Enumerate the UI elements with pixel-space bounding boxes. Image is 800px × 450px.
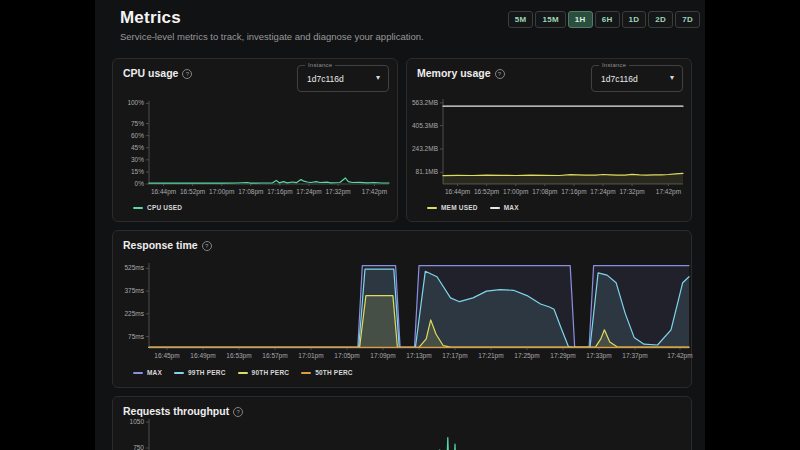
svg-text:17:08pm: 17:08pm xyxy=(238,188,263,196)
help-icon[interactable]: ? xyxy=(233,407,243,417)
response-time-chart: 75ms225ms375ms525ms16:45pm16:49pm16:53pm… xyxy=(113,255,693,365)
legend-label: MAX xyxy=(147,369,162,376)
legend-swatch xyxy=(174,372,184,374)
cpu-usage-title: CPU usage xyxy=(123,67,178,79)
legend-swatch xyxy=(238,372,248,374)
response-time-legend: MAX99TH PERC90TH PERC50TH PERC xyxy=(133,369,353,376)
help-icon[interactable]: ? xyxy=(495,69,505,79)
legend-item-cpu-used: CPU USED xyxy=(133,204,182,211)
svg-text:563.2MB: 563.2MB xyxy=(412,99,438,106)
legend-swatch xyxy=(133,207,143,209)
svg-text:45%: 45% xyxy=(131,144,144,151)
legend-label: 90TH PERC xyxy=(252,369,290,376)
card-title: Requests throughput? xyxy=(123,405,243,417)
chevron-down-icon: ▾ xyxy=(670,73,674,82)
svg-text:17:24pm: 17:24pm xyxy=(296,188,321,196)
memory-chart: 81.1MB243.2MB405.3MB563.2MB16:44pm16:52p… xyxy=(407,91,693,203)
legend-label: CPU USED xyxy=(147,204,182,211)
legend-swatch xyxy=(490,207,500,209)
requests-throughput-card: Requests throughput? 1050750 xyxy=(112,396,692,450)
card-title: CPU usage? xyxy=(123,67,192,79)
svg-text:17:13pm: 17:13pm xyxy=(406,352,431,360)
time-range-button-6h[interactable]: 6H xyxy=(595,11,620,28)
metrics-page: Metrics Service-level metrics to track, … xyxy=(95,0,705,450)
svg-text:75%: 75% xyxy=(131,120,144,127)
svg-text:0%: 0% xyxy=(135,180,145,187)
svg-text:17:05pm: 17:05pm xyxy=(334,352,359,360)
svg-text:525ms: 525ms xyxy=(124,264,144,271)
legend-item-max: MAX xyxy=(133,369,162,376)
card-title: Memory usage? xyxy=(417,67,505,79)
time-range-button-15m[interactable]: 15M xyxy=(535,11,565,28)
chevron-down-icon: ▾ xyxy=(376,73,380,82)
time-range-button-2d[interactable]: 2D xyxy=(648,11,673,28)
svg-text:17:25pm: 17:25pm xyxy=(514,352,539,360)
instance-select-cpu[interactable]: Instance 1d7c116d ▾ xyxy=(297,65,389,92)
svg-text:17:08pm: 17:08pm xyxy=(532,188,557,196)
screen: { "header": { "title": "Metrics", "subti… xyxy=(0,0,800,450)
legend-item-99th-perc: 99TH PERC xyxy=(174,369,226,376)
svg-text:17:00pm: 17:00pm xyxy=(503,188,528,196)
instance-value: 1d7c116d xyxy=(307,74,344,84)
svg-text:243.2MB: 243.2MB xyxy=(412,145,438,152)
help-icon[interactable]: ? xyxy=(202,241,212,251)
svg-text:60%: 60% xyxy=(131,132,144,139)
instance-select-memory[interactable]: Instance 1d7c116d ▾ xyxy=(591,65,683,92)
svg-text:30%: 30% xyxy=(131,156,144,163)
requests-throughput-title: Requests throughput xyxy=(123,405,229,417)
time-range-button-5m[interactable]: 5M xyxy=(508,11,534,28)
svg-text:405.3MB: 405.3MB xyxy=(412,122,438,129)
legend-swatch xyxy=(133,372,143,374)
legend-label: 99TH PERC xyxy=(188,369,226,376)
svg-text:17:01pm: 17:01pm xyxy=(298,352,323,360)
svg-text:16:53pm: 16:53pm xyxy=(226,352,251,360)
svg-text:17:42pm: 17:42pm xyxy=(656,188,681,196)
svg-text:17:29pm: 17:29pm xyxy=(550,352,575,360)
svg-text:17:33pm: 17:33pm xyxy=(586,352,611,360)
instance-value: 1d7c116d xyxy=(601,74,638,84)
time-range-button-1d[interactable]: 1D xyxy=(622,11,647,28)
memory-usage-title: Memory usage xyxy=(417,67,491,79)
legend-item-90th-perc: 90TH PERC xyxy=(238,369,290,376)
time-range-button-1h[interactable]: 1H xyxy=(568,11,593,28)
legend-label: 50TH PERC xyxy=(315,369,353,376)
svg-text:16:45pm: 16:45pm xyxy=(154,352,179,360)
svg-text:17:00pm: 17:00pm xyxy=(209,188,234,196)
svg-text:17:09pm: 17:09pm xyxy=(370,352,395,360)
page-subtitle: Service-level metrics to track, investig… xyxy=(120,31,424,42)
time-range: 5M15M1H6H1D2D7D xyxy=(508,11,700,28)
svg-text:375ms: 375ms xyxy=(124,287,144,294)
legend-swatch xyxy=(301,372,311,374)
svg-text:225ms: 225ms xyxy=(124,310,144,317)
svg-text:17:32pm: 17:32pm xyxy=(325,188,350,196)
card-title: Response time? xyxy=(123,239,212,251)
svg-text:17:32pm: 17:32pm xyxy=(619,188,644,196)
svg-text:1050: 1050 xyxy=(130,419,145,425)
time-range-button-7d[interactable]: 7D xyxy=(675,11,700,28)
requests-throughput-chart: 1050750 xyxy=(113,419,693,450)
legend-item-max: MAX xyxy=(490,204,519,211)
legend-item-mem-used: MEM USED xyxy=(427,204,478,211)
svg-text:17:16pm: 17:16pm xyxy=(267,188,292,196)
svg-text:17:42pm: 17:42pm xyxy=(362,188,387,196)
svg-text:81.1MB: 81.1MB xyxy=(416,168,438,175)
svg-text:750: 750 xyxy=(133,444,144,450)
response-time-card: Response time? 75ms225ms375ms525ms16:45p… xyxy=(112,230,692,388)
svg-text:17:37pm: 17:37pm xyxy=(622,352,647,360)
legend-item-50th-perc: 50TH PERC xyxy=(301,369,353,376)
instance-label: Instance xyxy=(305,62,335,68)
svg-text:16:44pm: 16:44pm xyxy=(445,188,470,196)
svg-text:17:16pm: 17:16pm xyxy=(561,188,586,196)
help-icon[interactable]: ? xyxy=(182,69,192,79)
svg-text:17:24pm: 17:24pm xyxy=(590,188,615,196)
cpu-legend: CPU USED xyxy=(133,204,182,211)
cpu-chart: 0%15%30%45%60%75%100%16:44pm16:52pm17:00… xyxy=(113,91,399,203)
svg-text:17:21pm: 17:21pm xyxy=(478,352,503,360)
svg-text:16:52pm: 16:52pm xyxy=(180,188,205,196)
svg-text:100%: 100% xyxy=(127,99,144,106)
page-title: Metrics xyxy=(120,8,181,28)
memory-legend: MEM USEDMAX xyxy=(427,204,519,211)
svg-text:16:49pm: 16:49pm xyxy=(190,352,215,360)
cpu-usage-card: CPU usage? Instance 1d7c116d ▾ 0%15%30%4… xyxy=(112,58,398,222)
svg-text:75ms: 75ms xyxy=(128,333,145,340)
